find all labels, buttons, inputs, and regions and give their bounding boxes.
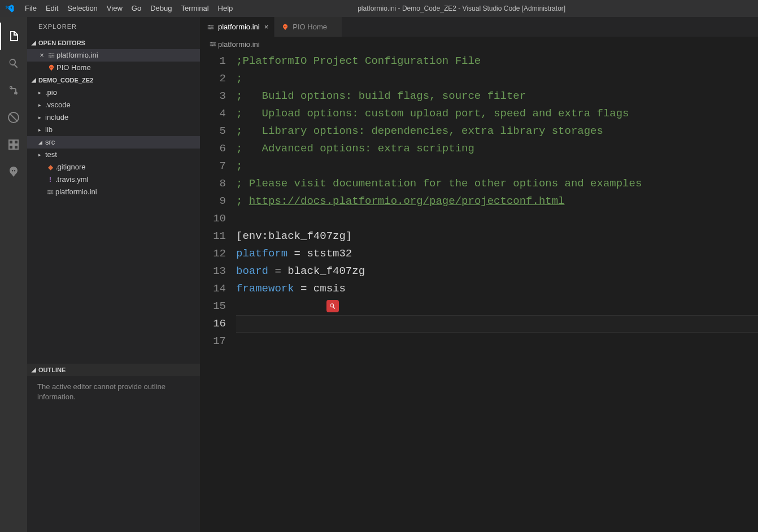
settings-icon — [46, 51, 56, 59]
code-line[interactable]: [env:black_f407zg] — [236, 228, 758, 245]
svg-rect-2 — [49, 55, 55, 55]
code-line[interactable] — [236, 210, 758, 228]
activity-explorer-icon[interactable] — [0, 23, 27, 50]
open-editors-header[interactable]: ◢ OPEN EDITORS — [27, 37, 200, 49]
line-number: 2 — [200, 70, 226, 88]
project-tree: ▸.pio▸.vscode▸include▸lib◢src▸test◆.giti… — [27, 86, 200, 198]
line-number: 16 — [200, 315, 226, 333]
code-line[interactable] — [236, 333, 758, 350]
breadcrumb-label: platformio.ini — [218, 40, 260, 49]
activity-scm-icon[interactable] — [0, 77, 27, 104]
svg-point-12 — [49, 193, 50, 194]
menu-go[interactable]: Go — [127, 0, 146, 17]
activity-bar — [0, 17, 27, 532]
code-content[interactable]: ;PlatformIO Project Configuration File;;… — [236, 53, 758, 532]
svg-point-4 — [50, 53, 51, 54]
file-item[interactable]: !.travis.yml — [27, 173, 200, 186]
project-label: DEMO_CODE_ZE2 — [38, 74, 93, 86]
line-number: 15 — [200, 298, 226, 315]
open-editor-item[interactable]: PIO Home — [27, 62, 200, 74]
explorer-sidebar: EXPLORER ◢ OPEN EDITORS ×platformio.iniP… — [27, 17, 200, 532]
folder-item[interactable]: ▸lib — [27, 124, 200, 136]
folder-item[interactable]: ▸.pio — [27, 86, 200, 99]
close-icon[interactable]: × — [37, 49, 46, 62]
line-number: 12 — [200, 245, 226, 263]
folder-item[interactable]: ▸test — [27, 149, 200, 161]
menu-edit[interactable]: Edit — [41, 0, 63, 17]
code-line[interactable]: ; Advanced options: extra scripting — [236, 140, 758, 158]
folder-item[interactable]: ▸.vscode — [27, 99, 200, 111]
menu-help[interactable]: Help — [214, 0, 238, 17]
settings-icon — [208, 40, 218, 48]
code-line[interactable]: ; https://docs.platformio.org/page/proje… — [236, 193, 758, 210]
tree-item-label: .vscode — [45, 99, 71, 111]
tab-label: PIO Home — [293, 23, 327, 31]
svg-point-17 — [211, 26, 212, 27]
code-line[interactable]: platform = ststm32 — [236, 245, 758, 263]
pio-icon — [46, 64, 56, 72]
editor-tab[interactable]: PIO Home — [275, 17, 342, 37]
folder-item[interactable]: ◢src — [27, 136, 200, 149]
svg-rect-8 — [47, 191, 54, 192]
editor-tab[interactable]: platformio.ini× — [200, 17, 275, 37]
outline-header[interactable]: ◢ OUTLINE — [27, 364, 200, 376]
menu-view[interactable]: View — [102, 0, 127, 17]
line-number: 8 — [200, 175, 226, 193]
code-line[interactable]: ; Build options: build flags, source fil… — [236, 88, 758, 105]
code-line[interactable]: ; Please visit documentation for the oth… — [236, 175, 758, 193]
code-line[interactable] — [236, 298, 758, 315]
chevron-right-icon: ▸ — [38, 124, 45, 136]
code-line[interactable]: framework = cmsis — [236, 280, 758, 298]
chevron-down-icon: ◢ — [29, 74, 38, 86]
activity-search-icon[interactable] — [0, 50, 27, 77]
editor-group: platformio.ini×PIO Home platformio.ini 1… — [200, 17, 758, 532]
svg-rect-7 — [47, 190, 54, 191]
project-header[interactable]: ◢ DEMO_CODE_ZE2 — [27, 74, 200, 86]
chevron-down-icon: ◢ — [29, 364, 38, 376]
open-editor-item[interactable]: ×platformio.ini — [27, 49, 200, 62]
tree-item-label: platformio.ini — [55, 186, 97, 198]
menu-debug[interactable]: Debug — [146, 0, 176, 17]
window-title: platformio.ini - Demo_Code_ZE2 - Visual … — [237, 5, 686, 12]
chevron-right-icon: ▸ — [38, 99, 45, 111]
search-lozenge-icon[interactable] — [326, 300, 339, 312]
open-editors-label: OPEN EDITORS — [38, 37, 85, 49]
code-line[interactable] — [236, 315, 758, 333]
chevron-right-icon: ▸ — [38, 149, 45, 161]
activity-extensions-icon[interactable] — [0, 131, 27, 158]
menu-bar: FileEditSelectionViewGoDebugTerminalHelp — [20, 0, 237, 17]
line-number: 9 — [200, 193, 226, 210]
code-editor[interactable]: 1234567891011121314151617 ;PlatformIO Pr… — [200, 51, 758, 532]
code-line[interactable]: ;PlatformIO Project Configuration File — [236, 53, 758, 70]
folder-item[interactable]: ▸include — [27, 111, 200, 124]
close-icon[interactable]: × — [264, 23, 269, 31]
line-number: 7 — [200, 158, 226, 175]
file-item[interactable]: platformio.ini — [27, 186, 200, 198]
line-number: 1 — [200, 53, 226, 70]
git-icon: ◆ — [45, 161, 55, 173]
code-line[interactable]: ; Library options: dependencies, extra l… — [236, 123, 758, 140]
line-number: 14 — [200, 280, 226, 298]
editor-tabs: platformio.ini×PIO Home — [200, 17, 758, 37]
activity-debug-icon[interactable] — [0, 104, 27, 131]
breadcrumbs[interactable]: platformio.ini — [200, 37, 758, 51]
menu-file[interactable]: File — [20, 0, 41, 17]
yaml-icon: ! — [45, 173, 55, 186]
open-editors-list: ×platformio.iniPIO Home — [27, 49, 200, 74]
menu-terminal[interactable]: Terminal — [176, 0, 213, 17]
svg-point-5 — [52, 55, 53, 56]
menu-selection[interactable]: Selection — [63, 0, 102, 17]
tree-item-label: .gitignore — [55, 161, 85, 173]
open-editor-label: PIO Home — [56, 62, 91, 74]
svg-point-16 — [209, 24, 210, 25]
settings-icon — [45, 188, 55, 196]
activity-pio-icon[interactable] — [0, 158, 27, 185]
code-line[interactable]: ; — [236, 158, 758, 175]
code-line[interactable]: ; — [236, 70, 758, 88]
code-line[interactable]: ; Upload options: custom upload port, sp… — [236, 105, 758, 123]
file-item[interactable]: ◆.gitignore — [27, 161, 200, 173]
titlebar: FileEditSelectionViewGoDebugTerminalHelp… — [0, 0, 758, 17]
tree-item-label: include — [45, 111, 68, 124]
code-line[interactable]: board = black_f407zg — [236, 263, 758, 280]
line-number: 6 — [200, 140, 226, 158]
